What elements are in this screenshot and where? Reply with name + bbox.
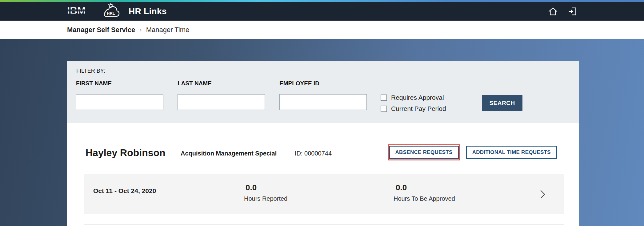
pay-period-row[interactable]: Oct 11 - Oct 24, 2020 0.0 Hours Reported… xyxy=(84,174,564,214)
sign-out-icon[interactable] xyxy=(567,6,578,17)
filter-title: FILTER BY: xyxy=(76,68,105,74)
filter-panel: FILTER BY: FIRST NAME LAST NAME EMPLOYEE… xyxy=(67,61,579,123)
search-button[interactable]: SEARCH xyxy=(482,95,522,111)
breadcrumb-separator: › xyxy=(139,26,142,34)
svg-text:IBM: IBM xyxy=(67,6,86,16)
hours-reported-label: Hours Reported xyxy=(244,195,287,202)
hours-to-be-approved-value: 0.0 xyxy=(396,183,407,192)
breadcrumb-item-manager-time: Manager Time xyxy=(146,26,190,34)
requires-approval-checkbox[interactable] xyxy=(381,95,387,101)
employee-row: Hayley Robinson Acquisition Management S… xyxy=(67,146,579,161)
current-pay-period-option: Current Pay Period xyxy=(381,105,446,112)
employee-id-text: ID: 00000744 xyxy=(295,150,332,157)
last-name-label: LAST NAME xyxy=(178,80,265,87)
row-divider xyxy=(84,224,564,224)
content-card: FILTER BY: FIRST NAME LAST NAME EMPLOYEE… xyxy=(67,61,579,226)
app-header: IBM HRL HR Links xyxy=(0,2,644,21)
hours-reported-value: 0.0 xyxy=(246,183,257,192)
home-icon[interactable] xyxy=(547,6,558,17)
current-pay-period-label: Current Pay Period xyxy=(391,105,446,112)
header-actions xyxy=(547,6,578,17)
additional-time-requests-button[interactable]: ADDITIONAL TIME REQUESTS xyxy=(466,146,557,159)
first-name-field: FIRST NAME xyxy=(76,80,163,110)
app-title: HR Links xyxy=(129,6,167,16)
requires-approval-label: Requires Approval xyxy=(391,94,444,101)
main-background: FILTER BY: FIRST NAME LAST NAME EMPLOYEE… xyxy=(0,39,644,226)
breadcrumb: Manager Self Service › Manager Time xyxy=(0,21,644,39)
filter-body-divider xyxy=(67,126,579,126)
current-pay-period-checkbox[interactable] xyxy=(381,106,387,112)
ibm-logo-icon: IBM xyxy=(67,6,93,17)
svg-text:HRL: HRL xyxy=(107,11,115,16)
screen: IBM HRL HR Links xyxy=(0,0,644,226)
requires-approval-option: Requires Approval xyxy=(381,94,446,101)
first-name-input[interactable] xyxy=(76,94,163,110)
employee-name: Hayley Robinson xyxy=(86,147,166,159)
chevron-right-icon[interactable] xyxy=(540,190,546,200)
hr-links-cloud-logo-icon: HRL xyxy=(99,2,122,20)
last-name-input[interactable] xyxy=(178,94,265,110)
breadcrumb-item-manager-self-service[interactable]: Manager Self Service xyxy=(67,26,135,34)
hours-to-be-approved-label: Hours To Be Approved xyxy=(394,195,455,202)
pay-period-date-range: Oct 11 - Oct 24, 2020 xyxy=(93,187,156,195)
employee-id-label: EMPLOYEE ID xyxy=(279,80,367,87)
employee-job-title: Acquisition Management Special xyxy=(181,150,277,157)
employee-id-input[interactable] xyxy=(279,94,367,110)
employee-id-field: EMPLOYEE ID xyxy=(279,80,367,110)
filter-checkbox-group: Requires Approval Current Pay Period xyxy=(381,94,446,112)
first-name-label: FIRST NAME xyxy=(76,80,163,87)
last-name-field: LAST NAME xyxy=(178,80,265,110)
header-brand-group: IBM HRL HR Links xyxy=(67,2,167,20)
absence-requests-button[interactable]: ABSENCE REQUESTS xyxy=(389,146,459,159)
employee-action-buttons: ABSENCE REQUESTS ADDITIONAL TIME REQUEST… xyxy=(389,146,557,159)
